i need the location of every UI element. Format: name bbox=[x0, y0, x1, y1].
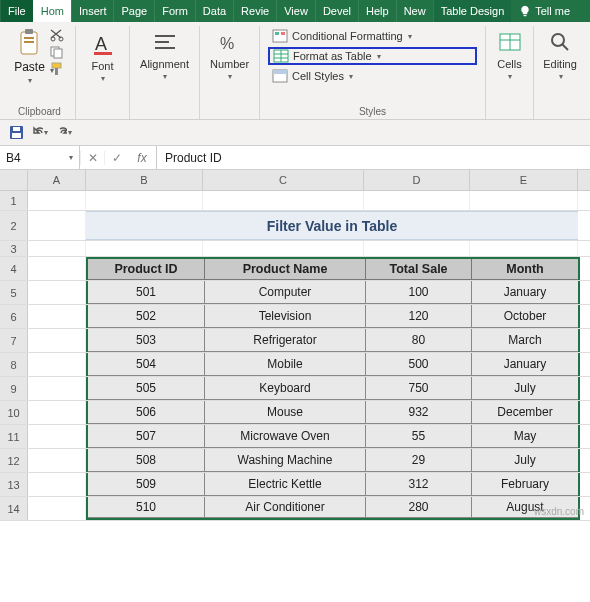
enter-formula-icon[interactable]: ✓ bbox=[104, 151, 128, 165]
table-cell[interactable]: 55 bbox=[366, 425, 472, 448]
table-cell[interactable]: 500 bbox=[366, 353, 472, 376]
tab-home[interactable]: Hom bbox=[33, 0, 71, 22]
table-cell[interactable]: 502 bbox=[88, 305, 205, 328]
cancel-formula-icon[interactable]: ✕ bbox=[80, 151, 104, 165]
table-header[interactable]: Product Name bbox=[205, 259, 366, 280]
table-cell[interactable]: 508 bbox=[88, 449, 205, 472]
format-as-table-button[interactable]: Format as Table▾ bbox=[268, 47, 477, 65]
table-cell[interactable]: Computer bbox=[205, 281, 366, 304]
row-header[interactable]: 13 bbox=[0, 473, 28, 496]
table-cell[interactable]: Washing Machine bbox=[205, 449, 366, 472]
row-header[interactable]: 1 bbox=[0, 191, 28, 210]
row-header[interactable]: 8 bbox=[0, 353, 28, 376]
cut-icon[interactable] bbox=[49, 28, 65, 42]
number-button[interactable]: % Number ▾ bbox=[206, 28, 253, 83]
paste-button[interactable]: Paste ▾ bbox=[14, 28, 45, 85]
table-cell[interactable]: Mouse bbox=[205, 401, 366, 424]
svg-rect-18 bbox=[281, 32, 285, 35]
col-header[interactable]: E bbox=[470, 170, 578, 190]
formula-input[interactable]: Product ID bbox=[157, 146, 590, 169]
alignment-button[interactable]: Alignment ▾ bbox=[136, 28, 193, 83]
table-cell[interactable]: 509 bbox=[88, 473, 205, 496]
worksheet-grid[interactable]: A B C D E 1 2 Filter Value in Table 3 4 … bbox=[0, 170, 590, 521]
table-cell[interactable]: Refrigerator bbox=[205, 329, 366, 352]
format-painter-icon[interactable] bbox=[49, 62, 65, 76]
save-icon[interactable] bbox=[8, 125, 24, 141]
table-cell[interactable]: Air Conditioner bbox=[205, 497, 366, 518]
row-header[interactable]: 7 bbox=[0, 329, 28, 352]
table-cell[interactable]: 750 bbox=[366, 377, 472, 400]
col-header[interactable]: C bbox=[203, 170, 364, 190]
table-cell[interactable]: December bbox=[472, 401, 578, 424]
tab-file[interactable]: File bbox=[0, 0, 33, 22]
row-header[interactable]: 12 bbox=[0, 449, 28, 472]
table-cell[interactable]: Electric Kettle bbox=[205, 473, 366, 496]
table-cell[interactable]: October bbox=[472, 305, 578, 328]
row-header[interactable]: 9 bbox=[0, 377, 28, 400]
table-cell[interactable]: Keyboard bbox=[205, 377, 366, 400]
fx-icon[interactable]: fx bbox=[128, 151, 156, 165]
row-header[interactable]: 5 bbox=[0, 281, 28, 304]
table-header[interactable]: Product ID bbox=[88, 259, 205, 280]
table-cell[interactable]: 510 bbox=[88, 497, 205, 518]
table-cell[interactable]: May bbox=[472, 425, 578, 448]
table-cell[interactable]: 503 bbox=[88, 329, 205, 352]
table-cell[interactable]: 312 bbox=[366, 473, 472, 496]
chevron-down-icon: ▾ bbox=[28, 76, 32, 85]
row-header[interactable]: 10 bbox=[0, 401, 28, 424]
col-header[interactable]: A bbox=[28, 170, 86, 190]
table-cell[interactable]: Microwave Oven bbox=[205, 425, 366, 448]
tab-developer[interactable]: Devel bbox=[315, 0, 358, 22]
table-cell[interactable]: 507 bbox=[88, 425, 205, 448]
row-header[interactable]: 2 bbox=[0, 211, 28, 240]
tab-table-design[interactable]: Table Design bbox=[433, 0, 512, 22]
tell-me-search[interactable]: Tell me bbox=[511, 0, 578, 22]
tab-page-layout[interactable]: Page bbox=[113, 0, 154, 22]
table-header[interactable]: Month bbox=[472, 259, 578, 280]
redo-icon[interactable]: ▾ bbox=[56, 125, 72, 141]
cell-styles-button[interactable]: Cell Styles▾ bbox=[268, 68, 477, 84]
table-cell[interactable]: 506 bbox=[88, 401, 205, 424]
cells-button[interactable]: Cells ▾ bbox=[493, 28, 525, 83]
table-cell[interactable]: 280 bbox=[366, 497, 472, 518]
table-cell[interactable]: 29 bbox=[366, 449, 472, 472]
tab-insert[interactable]: Insert bbox=[71, 0, 114, 22]
table-cell[interactable]: Mobile bbox=[205, 353, 366, 376]
table-cell[interactable]: January bbox=[472, 353, 578, 376]
tab-formulas[interactable]: Form bbox=[154, 0, 195, 22]
tab-help[interactable]: Help bbox=[358, 0, 396, 22]
undo-icon[interactable]: ▾ bbox=[32, 125, 48, 141]
table-cell[interactable]: July bbox=[472, 377, 578, 400]
font-button[interactable]: A Font ▾ bbox=[87, 28, 119, 85]
name-box[interactable]: B4 ▾ bbox=[0, 146, 80, 169]
conditional-formatting-button[interactable]: Conditional Formatting▾ bbox=[268, 28, 477, 44]
group-cells: Cells ▾ bbox=[486, 26, 534, 119]
col-header[interactable]: D bbox=[364, 170, 470, 190]
row-header[interactable]: 11 bbox=[0, 425, 28, 448]
table-cell[interactable]: 120 bbox=[366, 305, 472, 328]
col-header[interactable]: B bbox=[86, 170, 203, 190]
row-header[interactable]: 14 bbox=[0, 497, 28, 520]
table-cell[interactable]: January bbox=[472, 281, 578, 304]
row-header[interactable]: 3 bbox=[0, 241, 28, 256]
table-cell[interactable]: 501 bbox=[88, 281, 205, 304]
copy-icon[interactable]: ▾ bbox=[49, 45, 65, 59]
table-cell[interactable]: Television bbox=[205, 305, 366, 328]
table-header[interactable]: Total Sale bbox=[366, 259, 472, 280]
tab-view[interactable]: View bbox=[276, 0, 315, 22]
row-header[interactable]: 6 bbox=[0, 305, 28, 328]
tab-review[interactable]: Revie bbox=[233, 0, 276, 22]
table-cell[interactable]: 504 bbox=[88, 353, 205, 376]
table-cell[interactable]: 100 bbox=[366, 281, 472, 304]
select-all-corner[interactable] bbox=[0, 170, 28, 190]
table-cell[interactable]: 80 bbox=[366, 329, 472, 352]
table-cell[interactable]: July bbox=[472, 449, 578, 472]
table-cell[interactable]: 932 bbox=[366, 401, 472, 424]
row-header[interactable]: 4 bbox=[0, 257, 28, 280]
table-cell[interactable]: February bbox=[472, 473, 578, 496]
editing-button[interactable]: Editing ▾ bbox=[539, 28, 581, 83]
tab-data[interactable]: Data bbox=[195, 0, 233, 22]
table-cell[interactable]: March bbox=[472, 329, 578, 352]
tab-new[interactable]: New bbox=[396, 0, 433, 22]
table-cell[interactable]: 505 bbox=[88, 377, 205, 400]
